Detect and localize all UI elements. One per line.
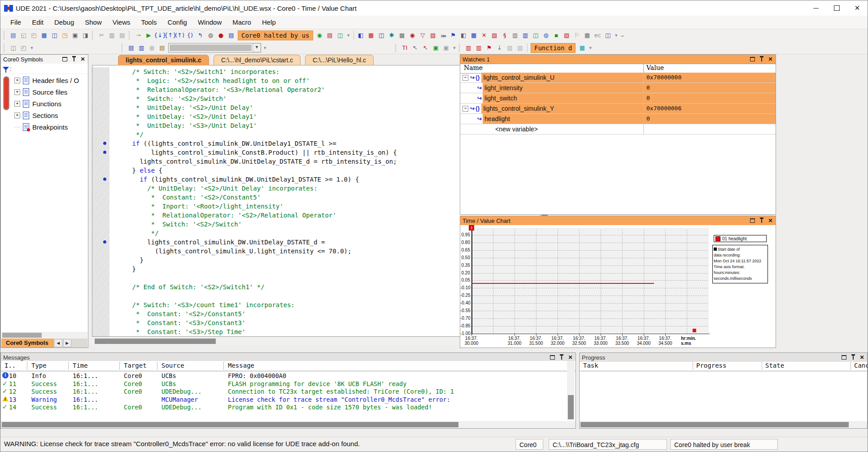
bar-chart-icon[interactable]: ▪ xyxy=(551,30,562,40)
column-header-message[interactable]: Message xyxy=(228,362,254,369)
message-row[interactable]: ✓11Success16:1...Core0UCBsFLASH programm… xyxy=(1,380,576,388)
panel-close-icon[interactable]: ✕ xyxy=(768,56,773,62)
code-gutter[interactable] xyxy=(92,175,109,184)
code-gutter[interactable] xyxy=(92,103,109,112)
chart-add-icon[interactable]: ↓ xyxy=(494,43,505,53)
messages-vscrollbar[interactable] xyxy=(567,361,575,420)
column-separator[interactable] xyxy=(223,362,224,370)
code-gutter[interactable] xyxy=(92,282,109,291)
breakpoint-list-icon[interactable]: ▥ xyxy=(463,43,474,53)
toolbar-overflow-icon[interactable]: ▼ xyxy=(262,46,268,50)
collapse-icon[interactable]: − xyxy=(462,75,468,81)
debugger-icon[interactable]: ◧ xyxy=(356,30,366,40)
probe-delete-icon[interactable]: ↖ xyxy=(420,43,431,53)
toolbar-grip[interactable] xyxy=(129,31,132,39)
close-button[interactable]: ✕ xyxy=(847,0,868,16)
layout-icon[interactable]: ◰ xyxy=(18,43,29,53)
code-gutter[interactable] xyxy=(92,166,109,175)
toolbar-overflow-icon[interactable]: ▼ xyxy=(587,46,593,50)
column-separator[interactable] xyxy=(693,362,693,370)
target-window-icon[interactable]: ◫ xyxy=(335,30,345,40)
tab-lights-control-simulink[interactable]: lights_control_simulink.c xyxy=(118,55,209,65)
toolbar-overflow-icon[interactable]: ▼ xyxy=(451,46,458,50)
console-icon[interactable]: ▣ xyxy=(431,43,441,53)
tab-cstart[interactable]: C:\...\hl_demo\PiL\cstart.c xyxy=(214,55,301,65)
cut-icon[interactable]: ✂ xyxy=(96,30,107,40)
panel-pin-icon[interactable] xyxy=(558,355,564,361)
toolbar-grip[interactable] xyxy=(395,44,398,52)
code-gutter[interactable] xyxy=(92,157,109,166)
sidebar-item-functions[interactable]: +Functions xyxy=(1,98,88,109)
export-icon[interactable]: ◨ xyxy=(80,30,91,40)
breakpoint-flag-icon[interactable]: ⚑ xyxy=(484,43,494,53)
code-gutter[interactable] xyxy=(92,327,109,336)
scrollbar-thumb[interactable] xyxy=(580,422,849,427)
column-separator[interactable] xyxy=(68,362,69,370)
toolbar-combobox[interactable]: ▼ xyxy=(168,43,261,52)
symbols-filter[interactable]: : xyxy=(1,64,88,74)
tab-scroll-left-icon[interactable]: ◀ xyxy=(54,339,62,347)
watch-row[interactable]: −↪{}lights_control_simulink_Y0x70000006 xyxy=(460,104,776,114)
step-out-icon[interactable]: (↑) xyxy=(174,30,185,40)
ti-doc-icon[interactable]: TI xyxy=(400,43,410,53)
menu-tools[interactable]: Tools xyxy=(136,16,162,29)
menu-file[interactable]: File xyxy=(5,16,26,29)
toolbar-grip[interactable] xyxy=(122,44,125,52)
watch-value[interactable]: 0 xyxy=(643,93,776,103)
flag-icon[interactable]: ⚑ xyxy=(448,30,458,40)
run-icon[interactable]: ▶ xyxy=(144,30,154,40)
column-header-value[interactable]: Value xyxy=(643,64,776,73)
pattern-window-icon[interactable]: ▩ xyxy=(397,30,407,40)
column-separator[interactable] xyxy=(119,362,120,370)
watch-row[interactable]: ↪headlight0 xyxy=(460,114,776,124)
menu-help[interactable]: Help xyxy=(257,16,281,29)
watch-value[interactable]: 0 xyxy=(643,114,776,124)
toolbar-more-icon[interactable]: »» xyxy=(438,32,448,39)
stack-window-icon[interactable]: ◫ xyxy=(603,30,613,40)
code-gutter[interactable] xyxy=(92,148,109,157)
scrollbar-thumb[interactable] xyxy=(2,333,42,338)
menu-config[interactable]: Config xyxy=(162,16,192,29)
tab-scroll-right-icon[interactable]: ▶ xyxy=(63,339,71,347)
code-gutter[interactable] xyxy=(92,139,109,148)
panel-restore-icon[interactable] xyxy=(750,56,755,62)
breakpoint-save-icon[interactable]: ▥ xyxy=(474,43,484,53)
menu-macro[interactable]: Macro xyxy=(227,16,257,29)
halt-icon[interactable]: ● xyxy=(216,30,226,40)
code-gutter[interactable] xyxy=(92,193,109,202)
float-window-icon[interactable]: ◫ xyxy=(8,43,18,53)
tab-hello-hl[interactable]: C:\...\PiL\Hello_hl.c xyxy=(305,55,374,65)
erase-flash-icon[interactable]: ▽ xyxy=(418,30,428,40)
message-row[interactable]: i10Info16:1...Core0UCBsFPRO: 0x004000A0 xyxy=(1,372,576,380)
code-gutter[interactable] xyxy=(92,112,109,121)
code-gutter[interactable] xyxy=(92,220,109,229)
code-gutter[interactable] xyxy=(92,67,109,76)
sf-icon[interactable]: § xyxy=(500,30,510,40)
progress-hscrollbar[interactable] xyxy=(580,421,867,428)
tab-core0-symbols[interactable]: Core0 Symbols xyxy=(1,339,53,348)
column-header-name[interactable]: Name xyxy=(460,64,643,73)
panel-restore-icon[interactable] xyxy=(841,355,847,361)
code-gutter[interactable] xyxy=(92,300,109,309)
edit-trace-icon[interactable]: ▤ xyxy=(157,43,167,53)
toolbar-collapse-icon[interactable]: – xyxy=(619,32,626,39)
watch-value[interactable]: 0x70000006 xyxy=(643,104,776,113)
code-gutter[interactable] xyxy=(92,291,109,300)
toolbar-overflow-icon[interactable]: ▼ xyxy=(29,46,35,50)
memory-window-icon[interactable]: ◫ xyxy=(376,30,387,40)
watch-value[interactable]: 0x70000000 xyxy=(643,73,776,83)
column-header-i[interactable]: I.. xyxy=(4,362,16,369)
chart-delete-icon[interactable]: ▧ xyxy=(562,30,572,40)
chart-info-box[interactable]: Start date ofdata recording:Mon Oct 24 1… xyxy=(712,245,768,283)
code-gutter[interactable] xyxy=(92,121,109,130)
code-gutter[interactable] xyxy=(92,256,109,265)
panel-close-icon[interactable]: ✕ xyxy=(567,355,573,361)
memory-delete-icon[interactable]: ✕ xyxy=(479,30,489,40)
chart-legend[interactable]: 01 headlight xyxy=(714,235,767,242)
sidebar-item-header-files-o[interactable]: +Header files / O xyxy=(1,74,88,86)
toolbar-grip[interactable] xyxy=(4,31,7,39)
watch-value[interactable]: 0 xyxy=(643,83,776,93)
add-trace-icon[interactable]: ▤ xyxy=(126,43,136,53)
flag-white-icon[interactable]: ⚐ xyxy=(572,30,582,40)
panel-restore-icon[interactable] xyxy=(62,56,68,62)
